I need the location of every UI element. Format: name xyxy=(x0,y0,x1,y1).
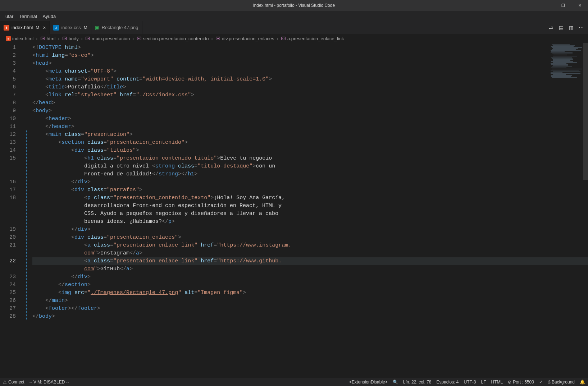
breadcrumb-label: section.presentacion_contenido xyxy=(143,36,209,41)
breadcrumbs[interactable]: 5index.html›html›body›main.presentacion›… xyxy=(0,34,588,43)
close-tab-icon[interactable]: × xyxy=(43,25,46,31)
menubar: utarTerminalAyuda xyxy=(0,11,588,21)
statusbar-item[interactable]: Lín. 22, col. 78 xyxy=(403,380,432,385)
code-line[interactable]: <body> xyxy=(32,107,588,115)
minimize-button[interactable]: — xyxy=(538,0,555,11)
code-line[interactable]: com">Instagram</a> xyxy=(32,249,588,257)
code-line[interactable]: <div class="titulos"> xyxy=(32,147,588,155)
editor[interactable]: 123456789101112131415 161718 192021 22 2… xyxy=(0,43,588,378)
status-icon: 🔔 xyxy=(580,380,585,385)
statusbar-item[interactable]: UTF-8 xyxy=(464,380,476,385)
symbol-icon xyxy=(40,36,45,41)
breadcrumb-label: body xyxy=(69,36,79,41)
breadcrumb-item[interactable]: ›div.presentacion_enlaces xyxy=(210,36,274,41)
code-line[interactable]: <main class="presentacion"> xyxy=(32,131,588,139)
statusbar-item[interactable]: Espacios: 4 xyxy=(437,380,459,385)
modified-indicator: M xyxy=(84,25,87,30)
status-icon: ⚠ xyxy=(3,380,7,385)
statusbar-item[interactable]: ⚠Connect xyxy=(3,380,24,385)
code-line[interactable]: <section class="presentacion_contenido"> xyxy=(32,139,588,147)
html-file-icon: 5 xyxy=(4,25,9,31)
code-line[interactable]: </div> xyxy=(32,273,588,281)
svg-rect-5 xyxy=(282,37,286,40)
code-line[interactable]: </main> xyxy=(32,297,588,305)
breadcrumb-item[interactable]: ›html xyxy=(35,36,55,41)
tab-rectangle-47-png[interactable]: ▣Rectangle 47.png xyxy=(91,21,142,34)
code-line[interactable]: <html lang="es-co"> xyxy=(32,52,588,60)
status-text: Port : 5500 xyxy=(513,380,534,385)
tab-index-css[interactable]: #index.cssM xyxy=(50,21,91,34)
more-actions-icon[interactable]: ⋯ xyxy=(578,24,584,31)
code-line[interactable]: <p class="presentacion_contenido_texto">… xyxy=(32,194,588,202)
code-line[interactable]: </body> xyxy=(32,313,588,321)
compare-changes-icon[interactable]: ⇄ xyxy=(548,24,554,31)
code-line[interactable]: </div> xyxy=(32,178,588,186)
tab-label: index.css xyxy=(61,25,81,30)
statusbar-item[interactable]: 🔔 xyxy=(580,380,585,385)
chevron-right-icon: › xyxy=(211,36,213,41)
split-right-icon[interactable]: ▥ xyxy=(568,24,574,31)
statusbar-item[interactable]: ⎙Background xyxy=(548,380,575,385)
statusbar-item[interactable]: LF xyxy=(481,380,486,385)
menu-item-ayuda[interactable]: Ayuda xyxy=(40,13,59,20)
code-line[interactable]: <!DOCTYPE html> xyxy=(32,44,588,52)
chevron-right-icon: › xyxy=(277,36,278,41)
code-line[interactable]: CSS. Ayudo a pequeños negocios y diseñad… xyxy=(32,210,588,218)
svg-rect-0 xyxy=(41,37,45,40)
code-line[interactable]: <h1 class="presentacion_contenido_titulo… xyxy=(32,155,588,162)
statusbar-item[interactable]: <ExtensionDisable> xyxy=(349,380,388,385)
status-text: Background xyxy=(552,380,575,385)
breadcrumb-item[interactable]: 5index.html xyxy=(6,36,33,41)
status-text: Lín. 22, col. 78 xyxy=(403,380,432,385)
code-line[interactable]: <meta name="viewport" content="width=dev… xyxy=(32,75,588,83)
statusbar-item[interactable]: ⊘Port : 5500 xyxy=(508,380,534,385)
code-line[interactable]: </header> xyxy=(32,123,588,131)
scrollbar-thumb[interactable] xyxy=(583,43,588,180)
git-change-indicator xyxy=(26,130,27,320)
code-line[interactable]: </head> xyxy=(32,99,588,107)
code-line[interactable]: <a class="presentacion_enlace_link" href… xyxy=(32,242,588,249)
code-line[interactable]: Front-end de calidad!</strong></h1> xyxy=(32,170,588,178)
maximize-button[interactable]: ❐ xyxy=(555,0,571,11)
statusbar-item[interactable]: HTML xyxy=(491,380,503,385)
statusbar-item[interactable]: ✓ xyxy=(539,380,543,385)
window-title: index.html - portafolio - Visual Studio … xyxy=(253,3,335,8)
breadcrumb-item[interactable]: ›section.presentacion_contenido xyxy=(131,36,209,41)
breadcrumb-item[interactable]: ›main.presentacion xyxy=(80,36,130,41)
code-line[interactable]: desarrolladora Front-end con especializa… xyxy=(32,202,588,210)
status-icon: ⎙ xyxy=(548,380,550,385)
code-line[interactable]: <header> xyxy=(32,115,588,123)
svg-rect-4 xyxy=(216,37,220,40)
breadcrumb-label: a.presentacion_enlace_link xyxy=(287,36,344,41)
code-line[interactable]: <title>Portafolio</title> xyxy=(32,83,588,91)
code-line[interactable]: <div class="presentacion_enlaces"> xyxy=(32,234,588,242)
statusbar: ⚠Connect-- VIM: DISABLED -- <ExtensionDi… xyxy=(0,378,588,386)
symbol-icon xyxy=(62,36,67,41)
breadcrumb-item[interactable]: ›a.presentacion_enlace_link xyxy=(276,36,344,41)
code-line[interactable]: <head> xyxy=(32,60,588,68)
code-line[interactable]: <meta charset="UTF-8"> xyxy=(32,68,588,75)
code-line[interactable]: </div> xyxy=(32,226,588,234)
split-down-icon[interactable]: ▤ xyxy=(558,24,564,31)
code-line[interactable]: <a class="presentacion_enlace_link" href… xyxy=(32,257,588,265)
code-content[interactable]: <!DOCTYPE html><html lang="es-co"><head>… xyxy=(24,43,588,378)
code-line[interactable]: buenas ideas. ¿Hablamos?</p> xyxy=(32,218,588,226)
line-gutter: 123456789101112131415 161718 192021 22 2… xyxy=(0,43,24,378)
tab-index-html[interactable]: 5index.htmlM× xyxy=(0,21,50,34)
code-line[interactable]: <link rel="stylesheet" href="./Css/index… xyxy=(32,91,588,99)
close-button[interactable]: ✕ xyxy=(571,0,588,11)
code-line[interactable]: <div class="parrafos"> xyxy=(32,186,588,194)
breadcrumb-label: main.presentacion xyxy=(92,36,130,41)
code-line[interactable]: digital a otro nivel <strong class="titu… xyxy=(32,162,588,170)
code-line[interactable]: </section> xyxy=(32,281,588,289)
code-line[interactable]: <footer></footer> xyxy=(32,305,588,313)
statusbar-item[interactable]: -- VIM: DISABLED -- xyxy=(29,380,69,385)
code-line[interactable]: <img src="./Imagenes/Rectangle 47.png" a… xyxy=(32,289,588,297)
menu-item-utar[interactable]: utar xyxy=(3,13,16,20)
code-line[interactable]: com">GitHub</a> xyxy=(32,265,588,273)
tab-label: index.html xyxy=(12,25,33,30)
breadcrumb-item[interactable]: ›body xyxy=(57,36,79,41)
statusbar-item[interactable]: 🔍 xyxy=(393,380,398,385)
menu-item-terminal[interactable]: Terminal xyxy=(17,13,39,20)
symbol-icon xyxy=(215,36,220,41)
